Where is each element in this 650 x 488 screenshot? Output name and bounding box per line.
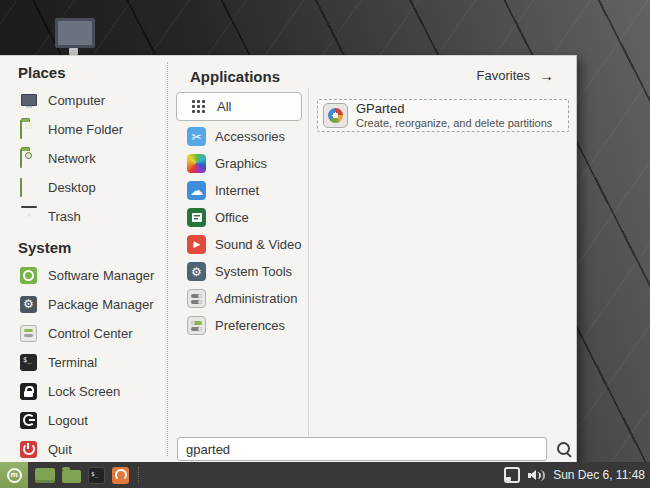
places-item-desktop[interactable]: Desktop (14, 173, 164, 202)
system-item-label: Software Manager (48, 268, 154, 283)
category-preferences[interactable]: Preferences (176, 312, 302, 339)
window-list-icon[interactable] (504, 467, 520, 483)
orange-app-icon[interactable] (112, 467, 129, 484)
system-item-control-center[interactable]: Control Center (14, 319, 164, 348)
sound-video-icon: ▶ (187, 235, 206, 254)
trash-icon (20, 208, 38, 226)
category-label: Office (215, 210, 249, 225)
places-item-trash[interactable]: Trash (14, 202, 164, 231)
clock[interactable]: Sun Dec 6, 11:48 (553, 468, 645, 482)
applications-header: Applications (190, 68, 302, 86)
category-label: Sound & Video (215, 237, 302, 252)
favorites-label: Favorites (477, 68, 530, 83)
category-graphics[interactable]: Graphics (176, 150, 302, 177)
system-item-label: Quit (48, 442, 72, 457)
graphics-icon (187, 154, 206, 173)
show-desktop-icon[interactable] (35, 468, 55, 483)
result-title: GParted (356, 101, 552, 117)
result-item-gparted[interactable]: GParted Create, reorganize, and delete p… (317, 99, 569, 132)
places-header: Places (18, 64, 164, 82)
category-office[interactable]: Office (176, 204, 302, 231)
control-center-icon (20, 325, 38, 343)
software-manager-icon (20, 267, 38, 285)
desktop-computer-icon[interactable] (53, 16, 97, 56)
places-item-label: Trash (48, 209, 81, 224)
quit-icon (20, 441, 38, 459)
search-icon (557, 442, 570, 455)
mint-menu-panel: Places Computer Home Folder Network Desk… (0, 55, 577, 463)
applications-column: Applications All ✂ Accessories Graphics (176, 68, 302, 339)
column-separator-dotted (167, 62, 168, 456)
system-item-label: Package Manager (48, 297, 154, 312)
system-item-label: Lock Screen (48, 384, 120, 399)
system-tray: Sun Dec 6, 11:48 (504, 462, 645, 488)
places-item-computer[interactable]: Computer (14, 86, 164, 115)
panel-handle[interactable] (138, 467, 141, 483)
places-item-network[interactable]: Network (14, 144, 164, 173)
computer-icon (20, 92, 38, 110)
home-folder-icon (20, 121, 38, 139)
terminal-icon: $_ (20, 354, 38, 372)
system-item-quit[interactable]: Quit (14, 435, 164, 464)
lock-screen-icon (20, 383, 38, 401)
system-item-terminal[interactable]: $_ Terminal (14, 348, 164, 377)
category-label: Internet (215, 183, 259, 198)
system-tools-icon: ⚙ (187, 262, 206, 281)
places-item-label: Network (48, 151, 96, 166)
places-item-label: Home Folder (48, 122, 123, 137)
category-administration[interactable]: Administration (176, 285, 302, 312)
accessories-icon: ✂ (187, 127, 206, 146)
network-icon (20, 150, 38, 168)
right-arrow-icon: → (539, 68, 554, 83)
administration-icon (187, 289, 206, 308)
volume-icon[interactable] (528, 469, 545, 482)
desktop-icon (20, 179, 38, 197)
category-label: Graphics (215, 156, 267, 171)
screen: Places Computer Home Folder Network Desk… (0, 0, 650, 488)
logout-icon (20, 412, 38, 430)
internet-icon: ☁ (187, 181, 206, 200)
category-list: All ✂ Accessories Graphics ☁ Internet (176, 92, 302, 339)
places-item-home-folder[interactable]: Home Folder (14, 115, 164, 144)
category-label: All (217, 99, 231, 114)
search-input[interactable] (177, 437, 547, 461)
places-item-label: Computer (48, 93, 105, 108)
system-item-logout[interactable]: Logout (14, 406, 164, 435)
mint-logo-icon: m (7, 468, 22, 483)
category-all[interactable]: All (176, 92, 302, 121)
system-item-label: Logout (48, 413, 88, 428)
category-label: Preferences (215, 318, 285, 333)
category-label: System Tools (215, 264, 292, 279)
favorites-button[interactable]: Favorites → (477, 68, 554, 83)
category-label: Accessories (215, 129, 285, 144)
places-item-label: Desktop (48, 180, 96, 195)
mint-menu-button[interactable]: m (0, 462, 28, 488)
terminal-launcher-icon[interactable] (88, 467, 105, 484)
monitor-stand-shape (69, 48, 78, 55)
system-item-lock-screen[interactable]: Lock Screen (14, 377, 164, 406)
system-header: System (18, 239, 164, 257)
file-manager-icon[interactable] (62, 470, 81, 483)
system-item-label: Terminal (48, 355, 97, 370)
office-icon (187, 208, 206, 227)
category-accessories[interactable]: ✂ Accessories (176, 123, 302, 150)
category-label: Administration (215, 291, 297, 306)
monitor-shape (55, 18, 95, 48)
system-item-software-manager[interactable]: Software Manager (14, 261, 164, 290)
system-item-package-manager[interactable]: ⚙ Package Manager (14, 290, 164, 319)
package-manager-icon: ⚙ (20, 296, 38, 314)
category-internet[interactable]: ☁ Internet (176, 177, 302, 204)
category-system-tools[interactable]: ⚙ System Tools (176, 258, 302, 285)
gparted-icon (323, 103, 348, 128)
result-subtitle: Create, reorganize, and delete partition… (356, 117, 552, 131)
system-item-label: Control Center (48, 326, 133, 341)
category-sound-video[interactable]: ▶ Sound & Video (176, 231, 302, 258)
places-system-column: Places Computer Home Folder Network Desk… (14, 64, 164, 464)
all-grid-icon (192, 100, 206, 114)
taskbar: m Sun Dec 6, 11:48 (0, 462, 650, 488)
column-separator-solid (308, 88, 309, 436)
preferences-icon (187, 316, 206, 335)
